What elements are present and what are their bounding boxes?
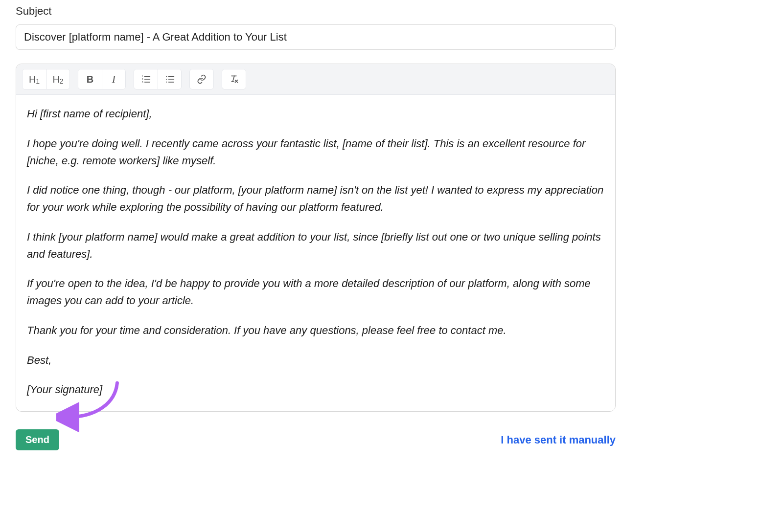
subject-label: Subject (16, 5, 616, 18)
clear-format-icon (229, 74, 239, 84)
ordered-list-icon: 1 2 3 (141, 74, 151, 84)
svg-line-13 (233, 76, 234, 82)
unordered-list-icon (165, 74, 175, 84)
svg-point-8 (166, 82, 167, 83)
body-paragraph: I hope you're doing well. I recently cam… (27, 135, 604, 170)
link-button[interactable] (190, 69, 213, 89)
editor: H1 H2 B I 1 (16, 64, 616, 412)
bold-button[interactable]: B (78, 69, 102, 89)
link-icon (197, 74, 207, 84)
svg-text:3: 3 (142, 81, 143, 84)
body-paragraph: I think [your platform name] would make … (27, 229, 604, 263)
toolbar-group-clear (222, 69, 246, 89)
body-paragraph: Best, (27, 352, 604, 369)
editor-body[interactable]: Hi [first name of recipient], I hope you… (16, 95, 615, 411)
heading1-button[interactable]: H1 (23, 69, 46, 89)
unordered-list-button[interactable] (158, 69, 181, 89)
svg-point-7 (166, 79, 167, 80)
actions-row: Send I have sent it manually (16, 429, 616, 450)
send-button[interactable]: Send (16, 429, 59, 450)
subject-input[interactable] (16, 24, 616, 50)
toolbar-group-headings: H1 H2 (22, 69, 70, 89)
body-paragraph: If you're open to the idea, I'd be happy… (27, 275, 604, 310)
toolbar-group-lists: 1 2 3 (134, 69, 182, 89)
body-paragraph: [Your signature] (27, 381, 604, 399)
body-paragraph: I did notice one thing, though - our pla… (27, 182, 604, 216)
sent-manually-link[interactable]: I have sent it manually (501, 434, 616, 446)
italic-button[interactable]: I (102, 69, 125, 89)
toolbar-group-link (189, 69, 214, 89)
toolbar-group-text-style: B I (78, 69, 126, 89)
editor-toolbar: H1 H2 B I 1 (16, 64, 615, 95)
svg-point-6 (166, 76, 167, 77)
clear-format-button[interactable] (222, 69, 246, 89)
heading2-button[interactable]: H2 (46, 69, 69, 89)
ordered-list-button[interactable]: 1 2 3 (134, 69, 158, 89)
body-paragraph: Thank you for your time and consideratio… (27, 322, 604, 339)
body-paragraph: Hi [first name of recipient], (27, 106, 604, 123)
email-composer: Subject H1 H2 B I (0, 0, 631, 466)
